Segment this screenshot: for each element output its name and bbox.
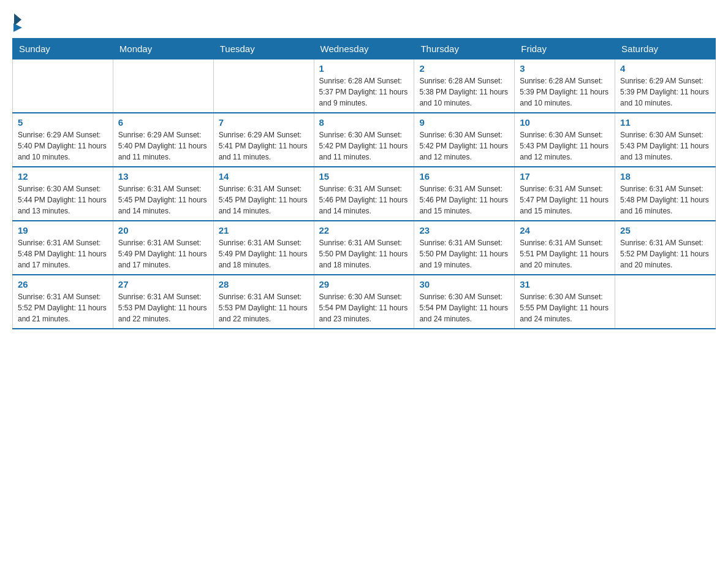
day-cell: 22Sunrise: 6:31 AM Sunset: 5:50 PM Dayli…: [314, 221, 414, 275]
day-info: Sunrise: 6:30 AM Sunset: 5:55 PM Dayligh…: [520, 291, 610, 324]
day-cell: 13Sunrise: 6:31 AM Sunset: 5:45 PM Dayli…: [113, 167, 213, 221]
day-cell: 3Sunrise: 6:28 AM Sunset: 5:39 PM Daylig…: [515, 59, 615, 113]
day-info: Sunrise: 6:31 AM Sunset: 5:45 PM Dayligh…: [118, 183, 208, 216]
day-info: Sunrise: 6:30 AM Sunset: 5:43 PM Dayligh…: [620, 129, 710, 163]
day-number: 29: [319, 279, 409, 289]
day-cell: 18Sunrise: 6:31 AM Sunset: 5:48 PM Dayli…: [615, 167, 716, 221]
day-number: 31: [520, 279, 610, 289]
header-cell-wednesday: Wednesday: [314, 39, 414, 59]
week-row-2: 5Sunrise: 6:29 AM Sunset: 5:40 PM Daylig…: [13, 113, 716, 167]
day-info: Sunrise: 6:31 AM Sunset: 5:52 PM Dayligh…: [18, 291, 108, 324]
day-number: 15: [319, 171, 409, 182]
day-cell: 25Sunrise: 6:31 AM Sunset: 5:52 PM Dayli…: [615, 221, 716, 275]
day-info: Sunrise: 6:30 AM Sunset: 5:54 PM Dayligh…: [419, 291, 509, 324]
day-cell: 5Sunrise: 6:29 AM Sunset: 5:40 PM Daylig…: [13, 113, 113, 167]
day-number: 27: [118, 279, 208, 289]
day-number: 22: [319, 225, 409, 236]
header-cell-thursday: Thursday: [414, 39, 515, 59]
day-info: Sunrise: 6:31 AM Sunset: 5:48 PM Dayligh…: [620, 183, 710, 216]
week-row-4: 19Sunrise: 6:31 AM Sunset: 5:48 PM Dayli…: [13, 221, 716, 275]
header-cell-tuesday: Tuesday: [213, 39, 314, 59]
day-number: 19: [18, 225, 108, 236]
day-cell: 6Sunrise: 6:29 AM Sunset: 5:40 PM Daylig…: [113, 113, 213, 167]
day-number: 20: [118, 225, 208, 236]
day-number: 1: [319, 63, 409, 74]
logo: [12, 12, 26, 32]
day-number: 4: [620, 63, 710, 74]
day-info: Sunrise: 6:29 AM Sunset: 5:40 PM Dayligh…: [18, 129, 108, 163]
day-info: Sunrise: 6:30 AM Sunset: 5:54 PM Dayligh…: [319, 291, 409, 324]
day-number: 24: [520, 225, 610, 236]
day-number: 7: [219, 117, 309, 128]
day-cell: 20Sunrise: 6:31 AM Sunset: 5:49 PM Dayli…: [113, 221, 213, 275]
day-cell: 15Sunrise: 6:31 AM Sunset: 5:46 PM Dayli…: [314, 167, 414, 221]
calendar-header: SundayMondayTuesdayWednesdayThursdayFrid…: [13, 39, 716, 59]
day-number: 21: [219, 225, 309, 236]
day-cell: 14Sunrise: 6:31 AM Sunset: 5:45 PM Dayli…: [213, 167, 314, 221]
week-row-3: 12Sunrise: 6:30 AM Sunset: 5:44 PM Dayli…: [13, 167, 716, 221]
day-info: Sunrise: 6:31 AM Sunset: 5:49 PM Dayligh…: [219, 237, 309, 270]
day-number: 25: [620, 225, 710, 236]
day-cell: 11Sunrise: 6:30 AM Sunset: 5:43 PM Dayli…: [615, 113, 716, 167]
calendar-table: SundayMondayTuesdayWednesdayThursdayFrid…: [12, 38, 716, 329]
day-info: Sunrise: 6:28 AM Sunset: 5:37 PM Dayligh…: [319, 75, 409, 109]
day-number: 10: [520, 117, 610, 128]
day-cell: 21Sunrise: 6:31 AM Sunset: 5:49 PM Dayli…: [213, 221, 314, 275]
day-cell: 10Sunrise: 6:30 AM Sunset: 5:43 PM Dayli…: [515, 113, 615, 167]
day-number: 30: [419, 279, 509, 289]
week-row-1: 1Sunrise: 6:28 AM Sunset: 5:37 PM Daylig…: [13, 59, 716, 113]
page-header: [12, 12, 716, 32]
calendar-body: 1Sunrise: 6:28 AM Sunset: 5:37 PM Daylig…: [13, 59, 716, 329]
day-info: Sunrise: 6:31 AM Sunset: 5:53 PM Dayligh…: [118, 291, 208, 324]
header-cell-friday: Friday: [515, 39, 615, 59]
day-number: 23: [419, 225, 509, 236]
day-cell: 27Sunrise: 6:31 AM Sunset: 5:53 PM Dayli…: [113, 275, 213, 329]
header-cell-monday: Monday: [113, 39, 213, 59]
day-number: 13: [118, 171, 208, 182]
day-number: 18: [620, 171, 710, 182]
day-cell: 31Sunrise: 6:30 AM Sunset: 5:55 PM Dayli…: [515, 275, 615, 329]
day-cell: 26Sunrise: 6:31 AM Sunset: 5:52 PM Dayli…: [13, 275, 113, 329]
day-cell: 23Sunrise: 6:31 AM Sunset: 5:50 PM Dayli…: [414, 221, 515, 275]
day-number: 14: [219, 171, 309, 182]
day-cell: 28Sunrise: 6:31 AM Sunset: 5:53 PM Dayli…: [213, 275, 314, 329]
week-row-5: 26Sunrise: 6:31 AM Sunset: 5:52 PM Dayli…: [13, 275, 716, 329]
day-number: 12: [18, 171, 108, 182]
day-cell: 17Sunrise: 6:31 AM Sunset: 5:47 PM Dayli…: [515, 167, 615, 221]
day-info: Sunrise: 6:31 AM Sunset: 5:46 PM Dayligh…: [319, 183, 409, 216]
day-number: 5: [18, 117, 108, 128]
day-cell: [13, 59, 113, 113]
day-number: 8: [319, 117, 409, 128]
day-info: Sunrise: 6:28 AM Sunset: 5:39 PM Dayligh…: [520, 75, 610, 109]
day-info: Sunrise: 6:31 AM Sunset: 5:47 PM Dayligh…: [520, 183, 610, 216]
day-number: 17: [520, 171, 610, 182]
day-number: 9: [419, 117, 509, 128]
day-info: Sunrise: 6:31 AM Sunset: 5:52 PM Dayligh…: [620, 237, 710, 270]
day-cell: [615, 275, 716, 329]
day-info: Sunrise: 6:31 AM Sunset: 5:45 PM Dayligh…: [219, 183, 309, 216]
day-cell: 4Sunrise: 6:29 AM Sunset: 5:39 PM Daylig…: [615, 59, 716, 113]
day-info: Sunrise: 6:31 AM Sunset: 5:51 PM Dayligh…: [520, 237, 610, 270]
day-info: Sunrise: 6:31 AM Sunset: 5:53 PM Dayligh…: [219, 291, 309, 324]
day-info: Sunrise: 6:30 AM Sunset: 5:43 PM Dayligh…: [520, 129, 610, 163]
day-number: 28: [219, 279, 309, 289]
day-cell: 29Sunrise: 6:30 AM Sunset: 5:54 PM Dayli…: [314, 275, 414, 329]
day-info: Sunrise: 6:31 AM Sunset: 5:50 PM Dayligh…: [319, 237, 409, 270]
day-cell: 12Sunrise: 6:30 AM Sunset: 5:44 PM Dayli…: [13, 167, 113, 221]
day-info: Sunrise: 6:31 AM Sunset: 5:49 PM Dayligh…: [118, 237, 208, 270]
day-number: 11: [620, 117, 710, 128]
day-number: 6: [118, 117, 208, 128]
day-number: 16: [419, 171, 509, 182]
day-cell: 7Sunrise: 6:29 AM Sunset: 5:41 PM Daylig…: [213, 113, 314, 167]
day-number: 2: [419, 63, 509, 74]
day-cell: 19Sunrise: 6:31 AM Sunset: 5:48 PM Dayli…: [13, 221, 113, 275]
day-info: Sunrise: 6:30 AM Sunset: 5:44 PM Dayligh…: [18, 183, 108, 216]
header-cell-saturday: Saturday: [615, 39, 716, 59]
day-cell: 16Sunrise: 6:31 AM Sunset: 5:46 PM Dayli…: [414, 167, 515, 221]
day-cell: 24Sunrise: 6:31 AM Sunset: 5:51 PM Dayli…: [515, 221, 615, 275]
day-info: Sunrise: 6:29 AM Sunset: 5:39 PM Dayligh…: [620, 75, 710, 109]
day-cell: [213, 59, 314, 113]
day-info: Sunrise: 6:29 AM Sunset: 5:40 PM Dayligh…: [118, 129, 208, 163]
day-cell: 1Sunrise: 6:28 AM Sunset: 5:37 PM Daylig…: [314, 59, 414, 113]
day-info: Sunrise: 6:30 AM Sunset: 5:42 PM Dayligh…: [319, 129, 409, 163]
